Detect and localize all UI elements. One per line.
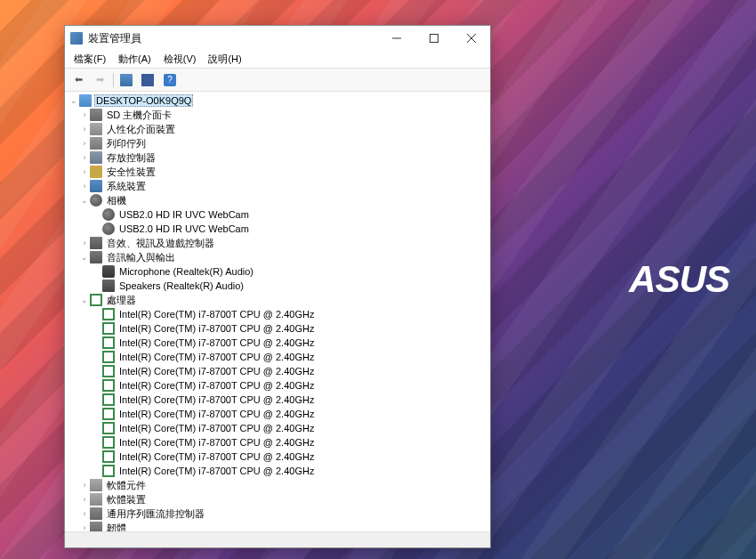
computer-icon bbox=[79, 94, 92, 107]
cpu-device-icon bbox=[102, 351, 115, 363]
caret-expanded-icon[interactable]: ⌄ bbox=[79, 252, 90, 263]
caret-collapsed-icon[interactable]: › bbox=[79, 124, 90, 134]
toolbar-separator bbox=[113, 73, 114, 87]
tree-root[interactable]: ⌄DESKTOP-O0K9Q9Q bbox=[67, 93, 488, 108]
properties-button[interactable] bbox=[117, 71, 137, 89]
statusbar bbox=[65, 531, 490, 547]
hid-icon bbox=[90, 123, 102, 135]
tree-category[interactable]: ›軟體元件 bbox=[67, 478, 488, 492]
cpu-device-icon bbox=[102, 336, 115, 349]
tree-category[interactable]: ⌄處理器 bbox=[67, 293, 488, 307]
app-icon bbox=[70, 32, 83, 45]
tree-category[interactable]: ⌄音訊輸入與輸出 bbox=[67, 250, 488, 264]
toolbar: ⬅ ➡ ? bbox=[65, 69, 490, 92]
tree-category[interactable]: ›韌體 bbox=[67, 521, 488, 531]
camera-icon bbox=[90, 194, 102, 207]
processor-icon bbox=[90, 294, 102, 306]
cpu-device-icon bbox=[102, 408, 115, 420]
menu-action[interactable]: 動作(A) bbox=[113, 51, 157, 68]
tree-category[interactable]: ›安全性裝置 bbox=[67, 165, 488, 179]
asus-logo: ASUS bbox=[629, 258, 729, 301]
cpu-device-icon bbox=[102, 465, 115, 477]
tree-device[interactable]: Intel(R) Core(TM) i7-8700T CPU @ 2.40GHz bbox=[67, 407, 488, 421]
close-button[interactable] bbox=[453, 26, 490, 51]
printer-icon bbox=[90, 137, 102, 150]
caret-collapsed-icon[interactable]: › bbox=[79, 109, 90, 120]
caret-collapsed-icon[interactable]: › bbox=[79, 152, 90, 163]
firmware-icon bbox=[90, 522, 102, 531]
root-label[interactable]: DESKTOP-O0K9Q9Q bbox=[94, 94, 193, 107]
tree-category[interactable]: ›通用序列匯流排控制器 bbox=[67, 506, 488, 521]
back-button[interactable]: ⬅ bbox=[68, 71, 88, 89]
minimize-button[interactable] bbox=[378, 26, 415, 51]
tree-device[interactable]: Intel(R) Core(TM) i7-8700T CPU @ 2.40GHz bbox=[67, 421, 488, 435]
caret-expanded-icon[interactable]: ⌄ bbox=[68, 95, 79, 106]
tree-device[interactable]: Intel(R) Core(TM) i7-8700T CPU @ 2.40GHz bbox=[67, 364, 488, 378]
tree-device[interactable]: Intel(R) Core(TM) i7-8700T CPU @ 2.40GHz bbox=[67, 378, 488, 393]
camera-device-icon bbox=[102, 223, 115, 235]
tree-device[interactable]: Intel(R) Core(TM) i7-8700T CPU @ 2.40GHz bbox=[67, 435, 488, 450]
tree-device[interactable]: Intel(R) Core(TM) i7-8700T CPU @ 2.40GHz bbox=[67, 393, 488, 407]
caret-collapsed-icon[interactable]: › bbox=[79, 166, 90, 177]
caret-collapsed-icon[interactable]: › bbox=[79, 238, 90, 248]
tree-device[interactable]: Intel(R) Core(TM) i7-8700T CPU @ 2.40GHz bbox=[67, 307, 488, 321]
cpu-device-icon bbox=[102, 322, 115, 335]
tree-device[interactable]: Intel(R) Core(TM) i7-8700T CPU @ 2.40GHz bbox=[67, 350, 488, 364]
microphone-icon bbox=[102, 265, 115, 278]
tree-device[interactable]: USB2.0 HD IR UVC WebCam bbox=[67, 207, 488, 222]
security-icon bbox=[90, 166, 102, 178]
tree-category[interactable]: ›存放控制器 bbox=[67, 150, 488, 165]
maximize-button[interactable] bbox=[415, 26, 453, 51]
speaker-icon bbox=[102, 280, 115, 292]
caret-collapsed-icon[interactable]: › bbox=[79, 138, 90, 149]
caret-expanded-icon[interactable]: ⌄ bbox=[79, 295, 90, 305]
tree-device[interactable]: Intel(R) Core(TM) i7-8700T CPU @ 2.40GHz bbox=[67, 321, 488, 336]
cpu-device-icon bbox=[102, 436, 115, 449]
camera-device-icon bbox=[102, 208, 115, 221]
sd-icon bbox=[90, 109, 102, 121]
tree-device[interactable]: Intel(R) Core(TM) i7-8700T CPU @ 2.40GHz bbox=[67, 336, 488, 350]
tree-category[interactable]: ›軟體裝置 bbox=[67, 492, 488, 506]
forward-button[interactable]: ➡ bbox=[90, 71, 109, 89]
scan-button[interactable] bbox=[139, 71, 158, 89]
tree-device[interactable]: Microphone (Realtek(R) Audio) bbox=[67, 264, 488, 279]
usb-icon bbox=[90, 507, 102, 520]
svg-rect-1 bbox=[430, 35, 438, 43]
tree-category[interactable]: ›人性化介面裝置 bbox=[67, 122, 488, 136]
menubar: 檔案(F) 動作(A) 檢視(V) 說明(H) bbox=[65, 51, 490, 69]
audio-io-icon bbox=[90, 251, 102, 263]
tree-category[interactable]: ›SD 主機介面卡 bbox=[67, 108, 488, 122]
menu-file[interactable]: 檔案(F) bbox=[68, 51, 111, 68]
caret-collapsed-icon[interactable]: › bbox=[79, 523, 90, 531]
device-manager-window: 裝置管理員 檔案(F) 動作(A) 檢視(V) 說明(H) ⬅ ➡ ? ⌄DES… bbox=[64, 25, 491, 548]
cpu-device-icon bbox=[102, 379, 115, 392]
caret-expanded-icon[interactable]: ⌄ bbox=[79, 195, 90, 206]
storage-icon bbox=[90, 151, 102, 164]
cpu-device-icon bbox=[102, 308, 115, 320]
tree-device[interactable]: Intel(R) Core(TM) i7-8700T CPU @ 2.40GHz bbox=[67, 464, 488, 478]
tree-device[interactable]: Speakers (Realtek(R) Audio) bbox=[67, 279, 488, 293]
tree-category[interactable]: ⌄相機 bbox=[67, 193, 488, 207]
tree-device[interactable]: USB2.0 HD IR UVC WebCam bbox=[67, 222, 488, 236]
cpu-device-icon bbox=[102, 450, 115, 463]
titlebar[interactable]: 裝置管理員 bbox=[65, 26, 490, 51]
tree-device[interactable]: Intel(R) Core(TM) i7-8700T CPU @ 2.40GHz bbox=[67, 450, 488, 464]
software-device-icon bbox=[90, 493, 102, 506]
tree-category[interactable]: ›列印佇列 bbox=[67, 136, 488, 150]
caret-collapsed-icon[interactable]: › bbox=[79, 494, 90, 505]
cpu-device-icon bbox=[102, 422, 115, 434]
cpu-device-icon bbox=[102, 365, 115, 377]
menu-view[interactable]: 檢視(V) bbox=[158, 51, 202, 68]
cpu-device-icon bbox=[102, 393, 115, 406]
caret-collapsed-icon[interactable]: › bbox=[79, 181, 90, 191]
system-icon bbox=[90, 180, 102, 192]
tree-category[interactable]: ›系統裝置 bbox=[67, 179, 488, 193]
software-component-icon bbox=[90, 479, 102, 491]
window-title: 裝置管理員 bbox=[88, 31, 378, 46]
help-button[interactable]: ? bbox=[160, 71, 180, 89]
menu-help[interactable]: 說明(H) bbox=[203, 51, 246, 68]
caret-collapsed-icon[interactable]: › bbox=[79, 508, 90, 519]
tree-category[interactable]: ›音效、視訊及遊戲控制器 bbox=[67, 236, 488, 250]
caret-collapsed-icon[interactable]: › bbox=[79, 480, 90, 490]
device-tree[interactable]: ⌄DESKTOP-O0K9Q9Q ›SD 主機介面卡 ›人性化介面裝置 ›列印佇… bbox=[65, 92, 490, 531]
